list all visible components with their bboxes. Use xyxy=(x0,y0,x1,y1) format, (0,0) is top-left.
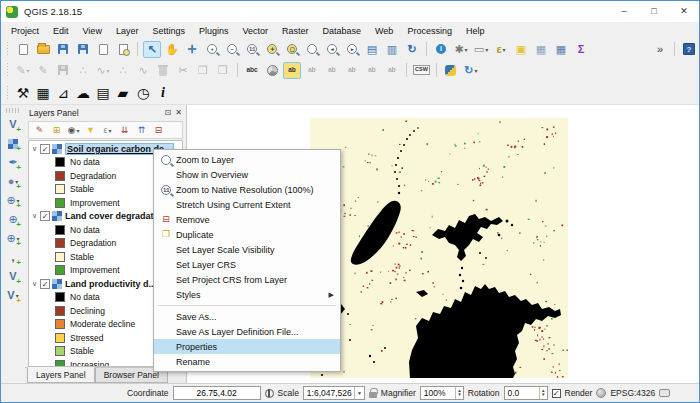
panel-float-button[interactable]: ⊡ xyxy=(165,108,172,117)
csw-search-icon[interactable]: CSW xyxy=(412,62,431,79)
expand-all-icon[interactable]: ⇊ xyxy=(117,123,132,137)
menu-vector[interactable]: Vector xyxy=(235,24,275,38)
open-attribute-table-icon[interactable]: ▦ xyxy=(532,41,550,58)
menu-item-zoom-to-native-resolution-100[interactable]: 1:1Zoom to Native Resolution (100%) xyxy=(154,182,340,197)
load-data-icon[interactable]: ▰ xyxy=(114,84,132,101)
layer-visibility-checkbox[interactable]: ✓ xyxy=(40,211,50,221)
add-group-icon[interactable]: ⊞ xyxy=(49,123,64,137)
new-composer-icon[interactable] xyxy=(94,41,112,58)
menu-edit[interactable]: Edit xyxy=(46,24,76,38)
menu-item-save-as-layer-definition-file[interactable]: Save As Layer Definition File... xyxy=(154,324,340,339)
statistics-icon[interactable]: Σ xyxy=(572,41,590,58)
menu-item-remove[interactable]: ⊟Remove xyxy=(154,212,340,227)
about-plugin-icon[interactable]: i xyxy=(154,84,172,101)
filter-expression-icon[interactable]: ε▾ xyxy=(100,123,115,137)
layer-visibility-checkbox[interactable]: ✓ xyxy=(40,144,50,154)
help-icon[interactable] xyxy=(680,41,698,58)
spinner-arrows-icon[interactable]: ▲▼ xyxy=(539,387,546,399)
python-console-icon[interactable] xyxy=(442,62,460,79)
add-raster-layer-icon[interactable]: + xyxy=(4,135,22,152)
layer-visibility-checkbox[interactable]: ✓ xyxy=(40,279,50,289)
zoom-to-selection-icon[interactable]: ▢ xyxy=(283,41,301,58)
visualization-icon[interactable]: ◷ xyxy=(134,84,152,101)
timeseries-plot-icon[interactable]: ⊿ xyxy=(54,84,72,101)
settings-wrench-icon[interactable]: ⚒ xyxy=(14,84,32,101)
layer-name[interactable]: Land productivity d... xyxy=(65,279,156,289)
select-by-expression-icon[interactable]: ε▾ xyxy=(492,41,510,58)
open-project-icon[interactable] xyxy=(34,41,52,58)
menu-item-stretch-using-current-extent[interactable]: Stretch Using Current Extent xyxy=(154,197,340,212)
lock-scale-icon[interactable] xyxy=(369,392,377,398)
spinner-arrows-icon[interactable]: ▲▼ xyxy=(455,387,462,399)
toolbar-grip[interactable] xyxy=(6,108,20,113)
add-delimited-text-icon[interactable]: ,+ xyxy=(4,249,22,266)
messages-icon[interactable] xyxy=(659,389,670,397)
menu-item-zoom-to-layer[interactable]: Zoom to Layer xyxy=(154,152,340,167)
new-bookmark-icon[interactable]: ▤ xyxy=(363,41,381,58)
menu-layer[interactable]: Layer xyxy=(109,24,146,38)
menu-item-properties[interactable]: Properties xyxy=(154,339,340,354)
open-styling-dock-icon[interactable]: ✎ xyxy=(32,123,47,137)
zoom-in-icon[interactable]: + xyxy=(203,41,221,58)
add-wcs-layer-icon[interactable]: ⊕+ xyxy=(4,211,22,228)
scale-combobox[interactable]: 1:6,047,526 ▼ xyxy=(303,386,365,400)
menu-project[interactable]: Project xyxy=(4,24,46,38)
show-bookmarks-icon[interactable]: ▥ xyxy=(383,41,401,58)
new-shapefile-icon[interactable]: V+ xyxy=(4,268,22,285)
deselect-all-icon[interactable]: ▣ xyxy=(512,41,530,58)
filter-legend-icon[interactable]: ▼ xyxy=(83,123,98,137)
menu-item-set-layer-scale-visibility[interactable]: Set Layer Scale Visibility xyxy=(154,242,340,257)
toolbar-grip[interactable] xyxy=(5,42,10,56)
identify-features-icon[interactable] xyxy=(432,41,450,58)
menu-help[interactable]: Help xyxy=(459,24,492,38)
label-toolbar-icon[interactable]: abc xyxy=(243,62,261,79)
touch-pan-icon[interactable]: ↖ xyxy=(143,41,161,58)
save-project-as-icon[interactable] xyxy=(74,41,92,58)
menu-plugins[interactable]: Plugins xyxy=(192,24,236,38)
zoom-next-icon[interactable]: ▸ xyxy=(343,41,361,58)
menu-database[interactable]: Database xyxy=(316,24,369,38)
plugin-reload-icon[interactable]: ↻▾ xyxy=(462,62,480,79)
collapse-all-icon[interactable]: ⇈ xyxy=(134,123,149,137)
menu-item-save-as[interactable]: Save As... xyxy=(154,309,340,324)
add-vector-layer-icon[interactable]: V+ xyxy=(4,116,22,133)
magnifier-spinbox[interactable]: 100% ▲▼ xyxy=(420,386,464,400)
reporting-icon[interactable]: ▤ xyxy=(94,84,112,101)
feature-actions-icon[interactable]: ✱▾ xyxy=(452,41,470,58)
add-spatialite-layer-icon[interactable]: ✒+ xyxy=(4,154,22,171)
coordinate-input[interactable] xyxy=(174,387,260,399)
expander-icon[interactable]: ∨ xyxy=(29,212,40,220)
composer-manager-icon[interactable] xyxy=(114,41,132,58)
field-calculator-icon[interactable]: ▦ xyxy=(552,41,570,58)
menu-item-duplicate[interactable]: ❐Duplicate xyxy=(154,227,340,242)
new-project-icon[interactable] xyxy=(14,41,32,58)
zoom-native-icon[interactable]: 1:1 xyxy=(243,41,261,58)
zoom-to-layer-icon[interactable] xyxy=(303,41,321,58)
menu-settings[interactable]: Settings xyxy=(145,24,192,38)
menu-raster[interactable]: Raster xyxy=(275,24,316,38)
refresh-icon[interactable]: ↻ xyxy=(403,41,421,58)
add-postgis-layer-icon[interactable]: ●+▾ xyxy=(4,173,22,190)
expander-icon[interactable]: ∨ xyxy=(29,280,40,288)
rotation-spinbox[interactable]: 0.0 ▲▼ xyxy=(504,386,548,400)
panel-close-button[interactable]: ✕ xyxy=(175,108,182,117)
mouse-position-icon[interactable] xyxy=(265,389,274,398)
toolbar-grip[interactable] xyxy=(5,86,10,100)
calculate-indicator-icon[interactable]: ▦ xyxy=(34,84,52,101)
menu-item-show-in-overview[interactable]: Show in Overview xyxy=(154,167,340,182)
render-checkbox[interactable]: ✓ xyxy=(552,389,561,398)
new-layer-icon[interactable]: V+▾ xyxy=(4,287,22,304)
diagram-options-icon[interactable] xyxy=(263,62,281,79)
menu-item-set-project-crs-from-layer[interactable]: Set Project CRS from Layer xyxy=(154,272,340,287)
select-features-icon[interactable]: ▭▾ xyxy=(472,41,490,58)
zoom-full-icon[interactable]: ✛ xyxy=(263,41,281,58)
download-data-icon[interactable]: ☁ xyxy=(74,84,92,101)
maximize-button[interactable]: □ xyxy=(639,1,669,22)
add-wfs-layer-icon[interactable]: ⊕+▾ xyxy=(4,230,22,247)
menu-item-styles[interactable]: Styles▶ xyxy=(154,287,340,302)
menu-web[interactable]: Web xyxy=(368,24,400,38)
add-wms-layer-icon[interactable]: ⊕+▾ xyxy=(4,192,22,209)
highlight-labels-icon[interactable]: ab xyxy=(283,62,301,79)
menu-view[interactable]: View xyxy=(76,24,109,38)
chevron-down-icon[interactable]: ▼ xyxy=(354,387,364,399)
